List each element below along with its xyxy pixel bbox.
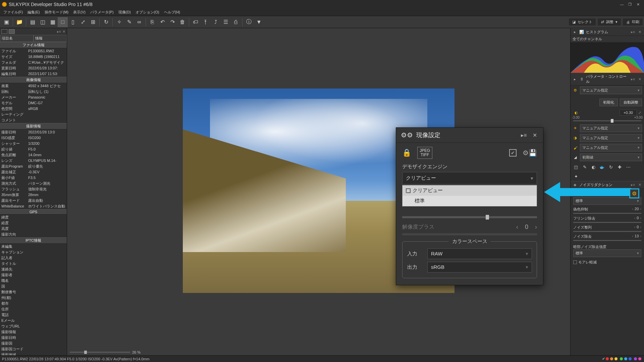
lens-icon[interactable]: 🐟 <box>599 164 605 170</box>
demosaic-dropdown[interactable]: クリアビュー▾ <box>402 172 537 184</box>
menu-item[interactable]: ファイル(F) <box>1 9 25 15</box>
exposure-slider[interactable] <box>573 120 641 121</box>
demosaic-option-clearview[interactable]: クリアビュー <box>402 185 537 196</box>
minimize-button[interactable]: — <box>618 2 626 6</box>
maximize-button[interactable]: ❐ <box>626 2 634 7</box>
cs-output-dropdown[interactable]: sRGB▾ <box>427 262 532 273</box>
resolution-plus-stepper[interactable]: ‹ 0 › <box>516 224 537 231</box>
exposure-value[interactable]: +0.30 <box>620 110 637 116</box>
grad-icon[interactable]: ◐ <box>590 164 597 170</box>
arrow-tool-icon[interactable]: ▣ <box>1 17 11 27</box>
info-tab-1-icon[interactable] <box>1 29 7 34</box>
nr-fringe-value[interactable]: 0 <box>637 216 639 221</box>
nr-remove-slider[interactable] <box>573 240 641 241</box>
layout4-icon[interactable]: □ <box>58 17 68 27</box>
info-tab-2-icon[interactable] <box>9 29 15 34</box>
crop-icon[interactable]: ◫ <box>573 164 579 170</box>
dialog-menu-icon[interactable]: ▸≡ <box>520 132 528 138</box>
brush2-icon[interactable]: ✎ <box>581 164 588 170</box>
apply-checkbox-icon[interactable]: ✔ <box>509 149 517 157</box>
histogram-channel[interactable]: 全てのチャンネル <box>571 36 644 43</box>
wb-dropdown[interactable]: マニュアル指定▾ <box>580 124 642 132</box>
chevron-right-icon[interactable]: ▸ <box>573 77 577 81</box>
mode-adjust-button[interactable]: ⇄ 調整 ▾ <box>598 18 621 25</box>
delete-icon[interactable]: 🗑 <box>177 17 187 27</box>
format-badge[interactable]: JPEG TIFF <box>417 147 432 159</box>
wand-icon[interactable]: ✧ <box>114 17 124 27</box>
effects-icon[interactable]: ✦ <box>573 173 579 180</box>
menu-item[interactable]: 編集(E) <box>25 9 42 15</box>
cs-input-dropdown[interactable]: RAW▾ <box>427 248 532 259</box>
lock-icon[interactable]: 🔒 <box>402 148 411 157</box>
mode-print-button[interactable]: 🖨 印刷 <box>623 18 643 25</box>
folder-icon[interactable]: 📁 <box>14 17 24 27</box>
layout3-icon[interactable]: ▦ <box>48 17 58 27</box>
panel-menu-icon[interactable]: ▸≡ <box>631 77 635 81</box>
batch-icon[interactable]: ☰ <box>221 17 231 27</box>
menu-item[interactable]: ヘルプ(H) <box>162 9 182 15</box>
rotate-icon[interactable]: ↻ <box>607 164 614 170</box>
open-icon[interactable]: ⭱ <box>201 17 211 27</box>
color-dropdown[interactable]: マニュアル指定▾ <box>580 144 642 152</box>
refresh-icon[interactable]: ↻ <box>101 17 111 27</box>
pencil-icon[interactable]: ✎ <box>124 17 134 27</box>
sharp-dropdown[interactable]: 初期値▾ <box>580 154 642 161</box>
panel-menu-icon[interactable]: ▸≡ <box>631 30 635 34</box>
preset-dropdown[interactable]: マニュアル指定▾ <box>580 86 642 94</box>
layout1-icon[interactable]: ▤ <box>28 17 38 27</box>
expand-exposure-icon[interactable]: ⤢ <box>638 111 641 115</box>
eyedrop-icon[interactable]: ✚ <box>616 164 623 170</box>
dec-icon[interactable]: ‹ <box>516 224 518 231</box>
info-scroll[interactable]: ファイル情報ファイルP1330051.RW2サイズ18.88MB (198021… <box>0 42 67 355</box>
inc-icon[interactable]: › <box>535 224 537 231</box>
menu-item[interactable]: パラメータ(P) <box>88 9 116 15</box>
status-check-icon[interactable]: ✔ <box>602 357 605 361</box>
chevron-right-icon[interactable]: ▸ <box>573 30 577 34</box>
moire-checkbox[interactable]: モアレ軽減 <box>571 258 644 266</box>
more-icon[interactable]: ⋯ <box>625 164 632 170</box>
menu-item[interactable]: 現像(D) <box>116 9 133 15</box>
auto-button[interactable]: 自動調整 <box>620 99 642 106</box>
nr-fringe-slider[interactable] <box>573 222 641 223</box>
tone-dropdown[interactable]: マニュアル指定▾ <box>580 134 642 142</box>
menu-item[interactable]: 操作モード(M) <box>43 9 71 15</box>
zoom-slider[interactable] <box>70 352 130 353</box>
close-button[interactable]: ✕ <box>634 2 642 7</box>
nr-false-color-value[interactable]: 20 <box>635 207 639 212</box>
grid-icon[interactable]: ⊞ <box>88 17 98 27</box>
menu-item[interactable]: 表示(V) <box>71 9 88 15</box>
develop-settings-button[interactable]: ⚙ <box>629 188 639 198</box>
link-icon[interactable]: ∞ <box>134 17 144 27</box>
nr-false-color-slider[interactable] <box>573 213 641 214</box>
dialog-close-icon[interactable]: ✕ <box>531 132 538 138</box>
layout2-icon[interactable]: ◫ <box>38 17 48 27</box>
init-button[interactable]: 初期化 <box>599 99 618 106</box>
nr-align-slider[interactable] <box>573 231 641 232</box>
tag-icon[interactable]: 🏷 <box>191 17 201 27</box>
redo-icon[interactable]: ↷ <box>167 17 177 27</box>
demosaic-strength-slider[interactable] <box>402 216 537 218</box>
contrast-icon: ◑ <box>573 136 578 140</box>
panel-close-icon[interactable]: ✕ <box>62 29 65 34</box>
panel-menu-icon[interactable]: ▸≡ <box>631 183 635 187</box>
info-icon[interactable]: ⓘ <box>244 17 254 27</box>
panel-close-icon[interactable]: ✕ <box>637 77 642 81</box>
layout5-icon[interactable]: ▯ <box>68 17 78 27</box>
mode-select-button[interactable]: ◪ セレクト <box>569 18 596 25</box>
filter-icon[interactable]: ▼ <box>254 17 264 27</box>
panel-menu-icon[interactable]: ▸≡ <box>57 29 61 34</box>
save-settings-icon[interactable]: ⚙💾 <box>523 149 537 157</box>
export-icon[interactable]: ⤴ <box>211 17 221 27</box>
panel-close-icon[interactable]: ✕ <box>637 183 642 187</box>
nr-remove-value[interactable]: 13 <box>635 234 639 239</box>
expand-icon[interactable]: ⤢ <box>78 17 88 27</box>
nr-align-value[interactable]: 0 <box>637 225 639 230</box>
print-icon[interactable]: ⎙ <box>231 17 241 27</box>
panel-close-icon[interactable]: ✕ <box>637 30 642 34</box>
color-dots[interactable] <box>605 357 642 361</box>
info-row: フラッシュ強制非発光 <box>0 186 67 192</box>
undo-icon[interactable]: ↶ <box>157 17 167 27</box>
copy-icon[interactable]: ⎘ <box>147 17 157 27</box>
menu-item[interactable]: オプション(O) <box>133 9 161 15</box>
nr-dark-dropdown[interactable]: 標準▾ <box>573 249 641 257</box>
